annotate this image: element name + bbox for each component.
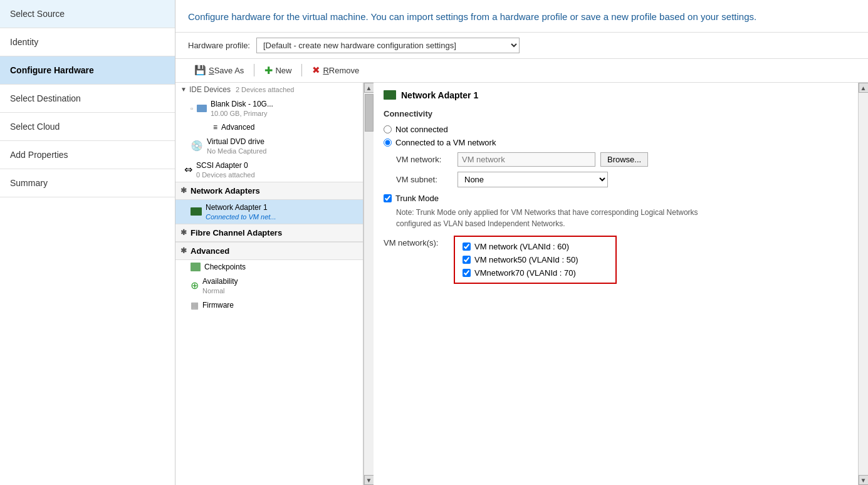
new-label: New bbox=[275, 66, 291, 75]
not-connected-label[interactable]: Not connected bbox=[395, 125, 448, 134]
vm-network-3-label[interactable]: VMnetwork70 (VLANId : 70) bbox=[474, 268, 576, 278]
checkpoints-label: Checkpoints bbox=[204, 263, 246, 271]
tree-firmware[interactable]: ▦ Firmware bbox=[175, 298, 363, 313]
fibre-section-collapse-icon: ✱ bbox=[180, 228, 187, 237]
connectivity-label: Connectivity bbox=[384, 109, 848, 118]
device-panel-scrollbar[interactable]: ▲ ▼ bbox=[363, 83, 374, 486]
not-connected-row: Not connected bbox=[384, 125, 848, 134]
vm-network-1-label[interactable]: VM network (VLANId : 60) bbox=[474, 242, 569, 251]
network-adapters-label: Network Adapters bbox=[191, 186, 260, 196]
tree-checkpoints[interactable]: Checkpoints bbox=[175, 260, 363, 274]
ide-devices-label: IDE Devices bbox=[189, 85, 231, 94]
scsi-label: SCSI Adapter 0 bbox=[196, 161, 248, 170]
sidebar-label-select-destination: Select Destination bbox=[10, 93, 81, 103]
sidebar-item-identity[interactable]: Identity bbox=[0, 28, 175, 56]
new-button[interactable]: ✚ New bbox=[258, 63, 298, 78]
vm-network-2-label[interactable]: VM network50 (VLANId : 50) bbox=[474, 255, 578, 264]
fibre-adapters-label: Fibre Channel Adapters bbox=[191, 228, 282, 237]
sidebar-item-select-source[interactable]: Select Source bbox=[0, 0, 175, 28]
trunk-mode-label[interactable]: Trunk Mode bbox=[395, 194, 439, 203]
scsi-sublabel: 0 Devices attached bbox=[196, 171, 255, 179]
tree-dvd[interactable]: 💿 Virtual DVD drive No Media Captured bbox=[175, 134, 363, 158]
vm-network-item-2: VM network50 (VLANId : 50) bbox=[463, 255, 608, 264]
advanced-label: Advanced bbox=[221, 123, 254, 132]
connected-vm-radio[interactable] bbox=[384, 138, 392, 147]
vm-networks-section: VM network(s): VM network (VLANId : 60) … bbox=[384, 236, 848, 284]
vm-network-3-checkbox[interactable] bbox=[463, 269, 471, 277]
availability-icon: ⊕ bbox=[191, 279, 199, 291]
dvd-label: Virtual DVD drive bbox=[207, 137, 264, 146]
action-divider-2 bbox=[301, 64, 302, 76]
tree-fibre-header[interactable]: ✱ Fibre Channel Adapters bbox=[175, 224, 363, 242]
sidebar-item-select-destination[interactable]: Select Destination bbox=[0, 85, 175, 113]
sidebar-item-add-properties[interactable]: Add Properties bbox=[0, 141, 175, 169]
config-panel-scrollbar[interactable]: ▲ ▼ bbox=[858, 83, 868, 486]
config-scroll-down[interactable]: ▼ bbox=[859, 475, 869, 485]
vm-network-item-1: VM network (VLANId : 60) bbox=[463, 242, 608, 251]
not-connected-radio[interactable] bbox=[384, 125, 392, 133]
remove-button[interactable]: ✖ RRemove bbox=[306, 63, 365, 78]
disk-icon: ▫ bbox=[191, 105, 193, 112]
hardware-profile-select[interactable]: [Default - create new hardware configura… bbox=[256, 38, 520, 53]
sidebar-item-summary[interactable]: Summary bbox=[0, 169, 175, 197]
vm-subnet-select[interactable]: None bbox=[458, 172, 608, 187]
tree-advanced-header[interactable]: ✱ Advanced bbox=[175, 242, 363, 260]
collapse-icon: ▼ bbox=[180, 86, 187, 93]
vm-network-input[interactable] bbox=[458, 152, 595, 167]
new-icon: ✚ bbox=[264, 65, 273, 76]
sidebar: Select Source Identity Configure Hardwar… bbox=[0, 0, 175, 485]
vm-networks-label: VM network(s): bbox=[384, 236, 446, 248]
network-section-collapse-icon: ✱ bbox=[180, 186, 187, 195]
tree-scsi[interactable]: ⇔ SCSI Adapter 0 0 Devices attached bbox=[175, 158, 363, 182]
sidebar-item-select-cloud[interactable]: Select Cloud bbox=[0, 113, 175, 141]
availability-label: Availability bbox=[202, 277, 238, 286]
vm-network-2-checkbox[interactable] bbox=[463, 256, 471, 264]
connected-vm-row: Connected to a VM network bbox=[384, 138, 848, 147]
save-as-button[interactable]: 💾 SSave As bbox=[188, 63, 250, 78]
config-panel: Network Adapter 1 Connectivity Not conne… bbox=[374, 83, 858, 486]
vm-subnet-label: VM subnet: bbox=[396, 175, 452, 184]
trunk-note: Note: Trunk Mode only applied for VM Net… bbox=[396, 207, 709, 229]
network-adapter-1-label: Network Adapter 1 bbox=[206, 203, 268, 212]
save-icon: 💾 bbox=[194, 65, 206, 76]
action-bar: 💾 SSave As ✚ New ✖ RRemove bbox=[175, 59, 868, 83]
sidebar-item-configure-hardware[interactable]: Configure Hardware bbox=[0, 56, 175, 85]
trunk-mode-checkbox[interactable] bbox=[384, 194, 392, 202]
action-divider-1 bbox=[254, 64, 254, 76]
remove-icon: ✖ bbox=[312, 65, 320, 76]
profile-label: Hardware profile: bbox=[188, 41, 250, 50]
tree-ide-section-header[interactable]: ▼ IDE Devices 2 Devices attached bbox=[175, 83, 363, 96]
vm-network-field-row: VM network: Browse... bbox=[396, 152, 848, 167]
connectivity-options: Not connected Connected to a VM network bbox=[384, 125, 848, 147]
content-area: ▼ IDE Devices 2 Devices attached ▫ Blank… bbox=[175, 83, 868, 486]
scroll-up-arrow[interactable]: ▲ bbox=[364, 83, 374, 93]
connected-vm-label[interactable]: Connected to a VM network bbox=[395, 138, 496, 147]
firmware-label: Firmware bbox=[202, 301, 234, 310]
trunk-mode-row: Trunk Mode bbox=[384, 194, 848, 203]
sidebar-label-summary: Summary bbox=[10, 178, 48, 188]
ide-devices-sublabel: 2 Devices attached bbox=[236, 86, 295, 93]
tree-advanced-item[interactable]: ≡ Advanced bbox=[175, 120, 363, 134]
advanced-icon: ≡ bbox=[213, 123, 217, 132]
scroll-thumb[interactable] bbox=[365, 94, 374, 132]
remove-label: RRemove bbox=[323, 66, 359, 75]
scroll-down-arrow[interactable]: ▼ bbox=[364, 475, 374, 485]
blank-disk-sublabel: 10.00 GB, Primary bbox=[211, 110, 267, 117]
vm-subnet-field-row: VM subnet: None bbox=[396, 172, 848, 187]
scsi-icon: ⇔ bbox=[184, 164, 192, 175]
vm-network-item-3: VMnetwork70 (VLANId : 70) bbox=[463, 268, 608, 278]
config-title: Network Adapter 1 bbox=[384, 90, 848, 100]
device-panel: ▼ IDE Devices 2 Devices attached ▫ Blank… bbox=[175, 83, 363, 486]
network-adapter-1-sublabel: Connected to VM net... bbox=[206, 213, 276, 221]
config-adapter-icon bbox=[384, 90, 396, 100]
main-content: Configure hardware for the virtual machi… bbox=[175, 0, 868, 485]
vm-network-1-checkbox[interactable] bbox=[463, 242, 471, 251]
blank-disk-label: Blank Disk - 10G... bbox=[211, 100, 273, 108]
tree-blank-disk[interactable]: ▫ Blank Disk - 10G... 10.00 GB, Primary bbox=[175, 96, 363, 120]
config-scroll-up[interactable]: ▲ bbox=[859, 83, 869, 93]
header: Configure hardware for the virtual machi… bbox=[175, 0, 868, 33]
tree-network-header[interactable]: ✱ Network Adapters bbox=[175, 182, 363, 200]
browse-button[interactable]: Browse... bbox=[600, 152, 648, 167]
tree-availability[interactable]: ⊕ Availability Normal bbox=[175, 274, 363, 298]
tree-network-adapter-1[interactable]: Network Adapter 1 Connected to VM net... bbox=[175, 200, 363, 224]
